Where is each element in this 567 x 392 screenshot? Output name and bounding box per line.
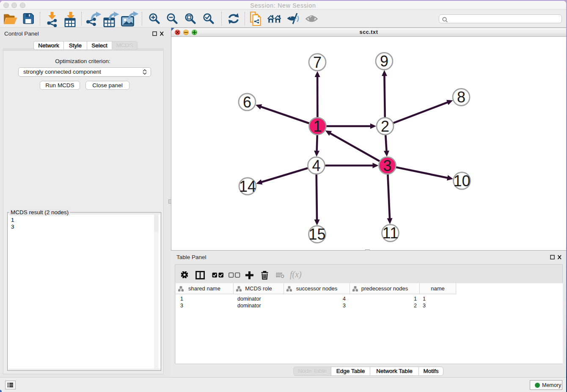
svg-text:9: 9 [380, 52, 388, 70]
svg-text:7: 7 [313, 54, 322, 71]
svg-text:10: 10 [453, 172, 470, 190]
svg-text:15: 15 [308, 226, 325, 243]
svg-text:8: 8 [457, 88, 465, 106]
svg-text:14: 14 [239, 178, 256, 195]
svg-text:3: 3 [383, 157, 391, 174]
svg-text:4: 4 [312, 157, 320, 174]
svg-text:6: 6 [243, 94, 251, 111]
svg-text:2: 2 [381, 118, 389, 135]
svg-text:1: 1 [313, 118, 322, 135]
svg-text:11: 11 [383, 224, 398, 242]
